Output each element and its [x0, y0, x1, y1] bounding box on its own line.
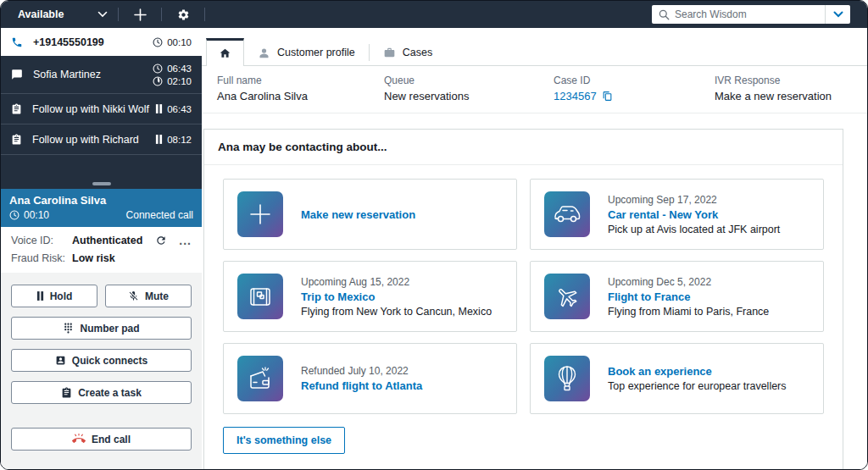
voice-id-label: Voice ID: — [11, 235, 72, 246]
contact-row-task[interactable]: Follow up with Nikki Wolf 06:43 — [1, 94, 202, 124]
end-call-label: End call — [92, 434, 131, 445]
card-subtitle: Upcoming Sep 17, 2022 — [608, 194, 780, 206]
more-options-button[interactable]: ... — [179, 238, 192, 243]
agent-status-dropdown[interactable]: Available — [18, 8, 108, 20]
pause-icon — [155, 104, 163, 113]
card-title: Book an experience — [608, 365, 787, 378]
phone-icon — [11, 36, 23, 48]
card-refund-flight[interactable]: Refunded July 10, 2022 Refund flight to … — [223, 343, 517, 414]
field-label: Queue — [384, 75, 554, 86]
topbar-divider — [118, 8, 119, 21]
agent-status-label: Available — [18, 8, 64, 20]
balloon-icon — [556, 365, 578, 392]
suggestion-cards: Make new reservation — [223, 179, 824, 414]
contact-timer: 00:10 — [167, 37, 192, 47]
card-title: Refund flight to Atlanta — [301, 379, 422, 392]
voice-id-value: Authenticated — [72, 235, 142, 246]
contact-list-filler — [1, 155, 202, 189]
gear-icon — [177, 8, 190, 21]
card-title: Flight to France — [608, 290, 769, 303]
settings-button[interactable] — [172, 3, 194, 25]
top-bar: Available — [1, 1, 867, 28]
agent-workspace-window: Available — [0, 0, 868, 470]
clock-icon — [9, 210, 19, 220]
tab-home[interactable] — [206, 38, 244, 66]
card-title: Make new reservation — [301, 208, 415, 221]
field-label: IVR Response — [715, 75, 867, 86]
contact-name: Sofia Martinez — [33, 69, 153, 80]
contact-row-task[interactable]: Follow up with Richard 08:12 — [1, 124, 202, 155]
hold-button[interactable]: Hold — [11, 285, 97, 307]
panel-drag-handle[interactable] — [92, 182, 111, 185]
card-trip-to-mexico[interactable]: Upcoming Aug 15, 2022 Trip to Mexico Fly… — [223, 261, 517, 332]
card-car-rental[interactable]: Upcoming Sep 17, 2022 Car rental - New Y… — [530, 179, 824, 250]
wisdom-search-box — [652, 5, 850, 24]
card-title: Car rental - New York — [608, 208, 780, 221]
customer-name: Ana Carolina Silva — [9, 194, 193, 207]
tab-label: Cases — [403, 47, 432, 58]
contact-info-row: Full name Ana Carolina Silva Queue New r… — [202, 66, 867, 113]
contact-row-voice[interactable]: +19145550199 00:10 — [1, 28, 202, 56]
field-value: Make a new reservation — [715, 90, 867, 102]
end-call-button[interactable]: End call — [11, 428, 192, 451]
ccp-sidebar: +19145550199 00:10 Sofia Martinez — [1, 28, 202, 470]
contact-timer: 06:43 — [167, 104, 192, 114]
home-icon — [219, 47, 231, 59]
contact-list: +19145550199 00:10 Sofia Martinez — [1, 28, 202, 189]
card-description: Pick up at Avis located at JFK airport — [608, 224, 780, 235]
card-subtitle: Refunded July 10, 2022 — [301, 365, 422, 377]
suggestions-title: Ana may be contacting about... — [204, 130, 843, 165]
card-subtitle: Upcoming Aug 15, 2022 — [301, 276, 492, 288]
task-icon — [61, 387, 72, 398]
search-scope-dropdown[interactable] — [825, 5, 850, 24]
mic-off-icon — [128, 290, 139, 301]
search-input[interactable] — [675, 8, 825, 20]
tab-bar: Customer profile Cases — [202, 28, 867, 66]
search-icon — [659, 9, 670, 20]
contact-name: Follow up with Richard — [32, 134, 155, 146]
card-subtitle: Upcoming Dec 5, 2022 — [608, 276, 769, 288]
new-contact-button[interactable] — [129, 3, 151, 25]
field-value: Ana Carolina Silva — [217, 90, 384, 102]
quick-connects-label: Quick connects — [72, 355, 147, 367]
card-description: Top experience for europear travellers — [608, 380, 787, 392]
chevron-down-icon — [833, 11, 843, 18]
card-make-new-reservation[interactable]: Make new reservation — [223, 179, 517, 250]
field-label: Full name — [217, 75, 384, 86]
task-icon — [11, 134, 22, 145]
case-id-link[interactable]: 1234567 — [554, 90, 597, 102]
tab-customer-profile[interactable]: Customer profile — [244, 40, 369, 65]
pause-icon — [155, 135, 163, 144]
chevron-down-icon — [97, 11, 108, 18]
number-pad-button[interactable]: Number pad — [11, 317, 192, 340]
contact-row-chat[interactable]: Sofia Martinez 06:43 02:10 — [1, 56, 202, 94]
hold-label: Hold — [50, 290, 73, 302]
refresh-icon[interactable] — [155, 235, 167, 246]
field-full-name: Full name Ana Carolina Silva — [217, 75, 384, 102]
field-label: Case ID — [554, 75, 715, 86]
tab-cases[interactable]: Cases — [370, 40, 446, 65]
main-panel: Customer profile Cases Full name Ana Car… — [202, 28, 867, 470]
contact-name: Follow up with Nikki Wolf — [32, 103, 155, 115]
card-flight-to-france[interactable]: Upcoming Dec 5, 2022 Flight to France Fl… — [530, 261, 824, 332]
contact-timer: 06:43 — [167, 64, 192, 74]
fraud-risk-value: Low risk — [72, 252, 115, 264]
card-tile — [544, 356, 590, 401]
briefcase-icon — [383, 47, 396, 58]
wallet-icon — [247, 366, 274, 391]
topbar-divider — [204, 8, 205, 21]
card-description: Flying from New York to Cancun, Mexico — [301, 306, 492, 318]
pause-icon — [36, 291, 44, 301]
mute-button[interactable]: Mute — [105, 285, 192, 307]
call-controls: Hold Mute Number pad — [1, 273, 202, 470]
field-ivr-response: IVR Response Make a new reservation — [715, 75, 867, 102]
create-task-button[interactable]: Create a task — [11, 381, 192, 404]
something-else-button[interactable]: It's something else — [223, 427, 345, 454]
card-book-experience[interactable]: Book an experience Top experience for eu… — [530, 343, 824, 414]
field-queue: Queue New reservations — [384, 75, 554, 102]
create-task-label: Create a task — [78, 387, 142, 399]
contact-timer: 02:10 — [167, 76, 192, 86]
copy-icon[interactable] — [602, 91, 613, 102]
quick-connects-button[interactable]: Quick connects — [11, 349, 192, 372]
fraud-risk-label: Fraud Risk: — [11, 252, 72, 264]
